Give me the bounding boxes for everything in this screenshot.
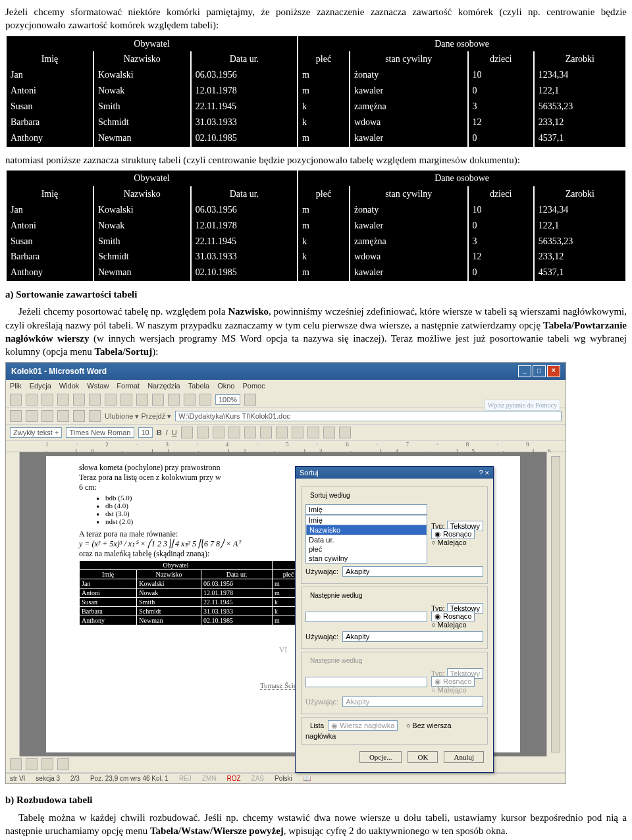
table-row: SusanSmith22.11.1945kzamężna356353,23	[6, 99, 626, 115]
search-icon[interactable]	[89, 410, 101, 422]
size-field[interactable]: 10	[138, 427, 153, 438]
menu-bar[interactable]: PlikEdycjaWidokWstawFormatNarzędziaTabel…	[6, 380, 566, 392]
home-icon[interactable]	[73, 410, 85, 422]
window-title: Kolok01 - Microsoft Word	[11, 367, 107, 376]
borders-icon[interactable]	[307, 427, 319, 438]
align-left-icon[interactable]	[181, 427, 193, 438]
sort-field-3	[305, 677, 427, 687]
bold-button[interactable]: B	[157, 429, 162, 436]
save-icon[interactable]	[41, 394, 53, 406]
maximize-icon[interactable]: □	[533, 365, 546, 377]
table-row: JanKowalski06.03.1956mżonaty101234,34	[6, 68, 626, 84]
sort-field-1[interactable]: Imię	[305, 504, 427, 515]
standard-toolbar[interactable]: 100%	[6, 392, 566, 408]
example-table-2: ObywatelDane osobowe ImięNazwiskoData ur…	[5, 171, 627, 281]
table-row: BarbaraSchmidt31.03.1933kwdowa12233,12	[6, 115, 626, 130]
preview-icon[interactable]	[73, 394, 85, 406]
cancel-button[interactable]: Anuluj	[444, 751, 484, 763]
help-search[interactable]: Wpisz pytanie do Pomocy	[485, 400, 560, 411]
print-icon[interactable]	[57, 394, 69, 406]
table-row: BarbaraSchmidt31.03.1933kwdowa12233,12	[6, 249, 626, 265]
back-icon[interactable]	[10, 410, 22, 422]
dialog-close-icon[interactable]: ? ×	[479, 469, 489, 477]
print-view-icon[interactable]	[41, 758, 53, 770]
section-a-body: Jeżeli chcemy posortować tabelę np. wzgl…	[5, 305, 627, 358]
format-toolbar[interactable]: Zwykły tekst + Times New Roman 10 B I U	[6, 425, 566, 441]
section-b-title: b) Rozbudowa tabeli	[5, 793, 627, 806]
example-table-1: ObywatelDane osobowe ImięNazwiskoData ur…	[5, 36, 627, 147]
document-page[interactable]: słowa kometa (pochylone) przy prawostron…	[46, 456, 520, 752]
undo-icon[interactable]	[152, 394, 164, 406]
align-justify-icon[interactable]	[228, 427, 240, 438]
align-center-icon[interactable]	[197, 427, 209, 438]
sort-field-2[interactable]	[305, 612, 427, 622]
desc-radio[interactable]: Malejąco	[431, 538, 467, 546]
help-icon[interactable]	[244, 394, 256, 406]
italic-button[interactable]: I	[166, 429, 168, 436]
copy-icon[interactable]	[120, 394, 132, 406]
window-titlebar: Kolok01 - Microsoft Word _ □ ×	[6, 363, 566, 380]
dialog-title: Sortuj	[300, 469, 319, 477]
web-view-icon[interactable]	[26, 758, 38, 770]
address-field[interactable]: W:\Dydaktyka\Kurs TI\Kolok01.doc	[175, 411, 562, 421]
numbering-icon[interactable]	[244, 427, 256, 438]
ruler-horizontal: 1 · 2 · 3 · 4 · 5 · 6 · 7 · 8 · 9 · 10 ·…	[6, 441, 566, 452]
close-icon[interactable]: ×	[547, 365, 560, 377]
highlight-icon[interactable]	[323, 427, 335, 438]
header-row-radio: Wiersz nagłówka	[328, 720, 398, 731]
section-a-title: a) Sortowanie zawartości tabeli	[5, 288, 627, 301]
font-field[interactable]: Times New Roman	[66, 427, 134, 438]
paragraph-intro: Jeżeli chcemy sformatować niektóre komór…	[5, 5, 627, 32]
word-screenshot: Kolok01 - Microsoft Word _ □ × PlikEdycj…	[5, 362, 566, 784]
new-icon[interactable]	[10, 394, 22, 406]
columns-icon[interactable]	[199, 394, 211, 406]
scrollbar-vertical[interactable]	[546, 452, 566, 756]
paragraph-middle: natomiast poniższe zaznacza strukturę ta…	[5, 153, 627, 167]
table-row: JanKowalski06.03.1956mżonaty101234,34	[6, 202, 626, 218]
asc-radio[interactable]: Rosnąco	[431, 529, 475, 539]
table-row: AntoniNowak12.01.1978mkawaler0122,1	[6, 218, 626, 234]
book-icon[interactable]: 📖	[303, 775, 311, 782]
zoom-field[interactable]: 100%	[215, 394, 240, 405]
section-b-body: Tabelę można w każdej chwili rozbudować.…	[5, 811, 627, 838]
align-right-icon[interactable]	[213, 427, 224, 438]
sort-dialog: Sortuj? × Sortuj według Imię Imię Nazwis…	[295, 466, 494, 773]
table-row: AntoniNowak12.01.1978mkawaler0122,1	[6, 84, 626, 99]
style-field[interactable]: Zwykły tekst +	[10, 427, 62, 438]
normal-view-icon[interactable]	[10, 758, 22, 770]
redo-icon[interactable]	[168, 394, 180, 406]
table-row: AnthonyNewman02.10.1985mkawaler04537,1	[6, 265, 626, 281]
table-icon[interactable]	[184, 394, 196, 406]
forward-icon[interactable]	[26, 410, 38, 422]
table-row: AnthonyNewman02.10.1985mkawaler04537,1	[6, 130, 626, 146]
minimize-icon[interactable]: _	[518, 365, 531, 377]
spell-icon[interactable]	[89, 394, 101, 406]
using-field-1[interactable]: Akapity	[342, 566, 483, 577]
ok-button[interactable]: OK	[408, 751, 438, 763]
stop-icon[interactable]	[41, 410, 53, 422]
paste-icon[interactable]	[136, 394, 148, 406]
underline-button[interactable]: U	[172, 429, 177, 436]
outline-view-icon[interactable]	[57, 758, 69, 770]
cut-icon[interactable]	[105, 394, 117, 406]
status-bar: str VI sekcja 3 2/3 Poz. 23,9 cm wrs 46 …	[6, 773, 566, 783]
refresh-icon[interactable]	[57, 410, 69, 422]
open-icon[interactable]	[26, 394, 38, 406]
bullets-icon[interactable]	[260, 427, 272, 438]
ruler-vertical	[6, 452, 20, 756]
outdent-icon[interactable]	[276, 427, 288, 438]
options-button[interactable]: Opcje...	[359, 751, 402, 763]
indent-icon[interactable]	[292, 427, 303, 438]
web-toolbar[interactable]: Ulubione ▾ Przejdź ▾ W:\Dydaktyka\Kurs T…	[6, 408, 566, 425]
fontcolor-icon[interactable]	[339, 427, 351, 438]
table-row: SusanSmith22.11.1945kzamężna356353,23	[6, 234, 626, 249]
